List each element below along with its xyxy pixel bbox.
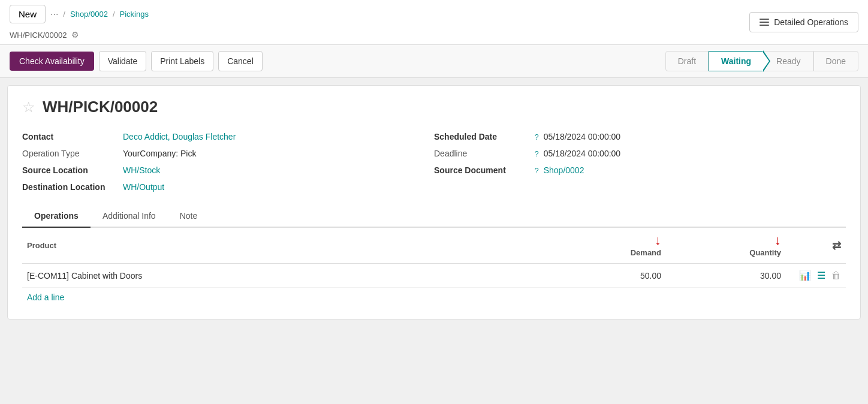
top-bar-left: New ··· / Shop/0002 / Pickings WH/PICK/0…	[10, 5, 223, 40]
status-waiting[interactable]: Waiting	[709, 51, 764, 71]
scheduled-date-help[interactable]: ?	[535, 133, 539, 141]
destination-location-label: Destination Location	[22, 182, 118, 192]
source-document-value[interactable]: Shop/0002	[544, 165, 584, 175]
print-labels-button[interactable]: Print Labels	[151, 51, 213, 71]
source-location-label: Source Location	[22, 165, 118, 175]
quantity-arrow-icon: ↓	[774, 234, 781, 247]
breadcrumb-dots[interactable]: ···	[50, 9, 58, 20]
action-bar: Check Availability Validate Print Labels…	[0, 45, 868, 78]
deadline-help[interactable]: ?	[535, 150, 539, 158]
operation-type-row: Operation Type YourCompany: Pick	[22, 145, 434, 162]
detail-lines-icon[interactable]: ☰	[817, 270, 825, 281]
source-document-label: Source Document	[434, 165, 530, 175]
form-grid: Contact Deco Addict, Douglas Fletcher Op…	[22, 128, 846, 195]
detailed-operations-button[interactable]: Detailed Operations	[749, 12, 858, 32]
status-done[interactable]: Done	[813, 51, 858, 71]
gear-icon[interactable]: ⚙	[71, 30, 79, 40]
source-document-help[interactable]: ?	[535, 167, 539, 175]
tab-note[interactable]: Note	[168, 205, 210, 228]
source-location-value[interactable]: WH/Stock	[123, 165, 160, 175]
breadcrumb-sep2: /	[113, 10, 115, 19]
deadline-row: Deadline ? 05/18/2024 00:00:00	[434, 145, 846, 162]
operation-type-value: YourCompany: Pick	[123, 149, 196, 158]
new-button[interactable]: New	[10, 5, 46, 23]
product-cell: [E-COM11] Cabinet with Doors	[22, 264, 558, 288]
source-location-row: Source Location WH/Stock	[22, 162, 434, 179]
main-content: ☆ WH/PICK/00002 Contact Deco Addict, Dou…	[7, 85, 861, 319]
contact-row: Contact Deco Addict, Douglas Fletcher	[22, 128, 434, 145]
col-demand-header: ↓ Demand	[558, 228, 666, 264]
destination-location-value[interactable]: WH/Output	[123, 182, 164, 192]
validate-button[interactable]: Validate	[99, 51, 147, 71]
contact-label: Contact	[22, 132, 118, 141]
quantity-cell[interactable]: 30.00	[666, 264, 786, 288]
record-title: WH/PICK/00002	[43, 98, 158, 116]
col-actions-header: ⇄	[786, 228, 846, 264]
col-product-header: Product	[22, 228, 558, 264]
deadline-label: Deadline	[434, 149, 530, 158]
operation-type-label: Operation Type	[22, 149, 118, 158]
tab-operations[interactable]: Operations	[22, 205, 91, 228]
chart-icon[interactable]: 📊	[799, 270, 811, 281]
source-document-row: Source Document ? Shop/0002	[434, 162, 846, 179]
tabs: Operations Additional Info Note	[22, 205, 846, 228]
star-icon[interactable]: ☆	[22, 99, 35, 116]
breadcrumb-pickings[interactable]: Pickings	[120, 10, 149, 19]
row-actions-cell: 📊 ☰ 🗑	[786, 264, 846, 288]
record-header: ☆ WH/PICK/00002	[22, 98, 846, 116]
breadcrumb-sep1: /	[63, 10, 65, 19]
status-ready[interactable]: Ready	[764, 51, 813, 71]
status-draft[interactable]: Draft	[665, 51, 709, 71]
add-line-link[interactable]: Add a line	[22, 288, 69, 307]
contact-value[interactable]: Deco Addict, Douglas Fletcher	[123, 132, 236, 141]
table-row: [E-COM11] Cabinet with Doors 50.00 30.00…	[22, 264, 846, 288]
delete-row-button[interactable]: 🗑	[831, 270, 841, 281]
detailed-ops-label: Detailed Operations	[774, 17, 848, 27]
col-quantity-header: ↓ Quantity	[666, 228, 786, 264]
status-bar: Draft Waiting Ready Done	[665, 51, 858, 71]
breadcrumb-shop[interactable]: Shop/0002	[70, 10, 108, 19]
scheduled-date-label: Scheduled Date	[434, 132, 530, 141]
action-buttons: Check Availability Validate Print Labels…	[10, 51, 263, 71]
operations-table: Product ↓ Demand ↓ Quantity ⇄	[22, 228, 846, 288]
demand-cell: 50.00	[558, 264, 666, 288]
deadline-value: 05/18/2024 00:00:00	[544, 149, 620, 158]
demand-arrow-icon: ↓	[655, 234, 661, 247]
destination-location-row: Destination Location WH/Output	[22, 179, 434, 195]
scheduled-date-row: Scheduled Date ? 05/18/2024 00:00:00	[434, 128, 846, 145]
scheduled-date-value: 05/18/2024 00:00:00	[544, 132, 620, 141]
form-right: Scheduled Date ? 05/18/2024 00:00:00 Dea…	[434, 128, 846, 195]
check-availability-button[interactable]: Check Availability	[10, 52, 94, 71]
cancel-button[interactable]: Cancel	[218, 51, 263, 71]
hamburger-icon	[760, 19, 769, 26]
form-left: Contact Deco Addict, Douglas Fletcher Op…	[22, 128, 434, 195]
top-bar: New ··· / Shop/0002 / Pickings WH/PICK/0…	[0, 0, 868, 45]
record-ref-label: WH/PICK/00002	[10, 31, 67, 40]
tab-additional-info[interactable]: Additional Info	[91, 205, 168, 228]
column-config-icon[interactable]: ⇄	[832, 239, 841, 252]
